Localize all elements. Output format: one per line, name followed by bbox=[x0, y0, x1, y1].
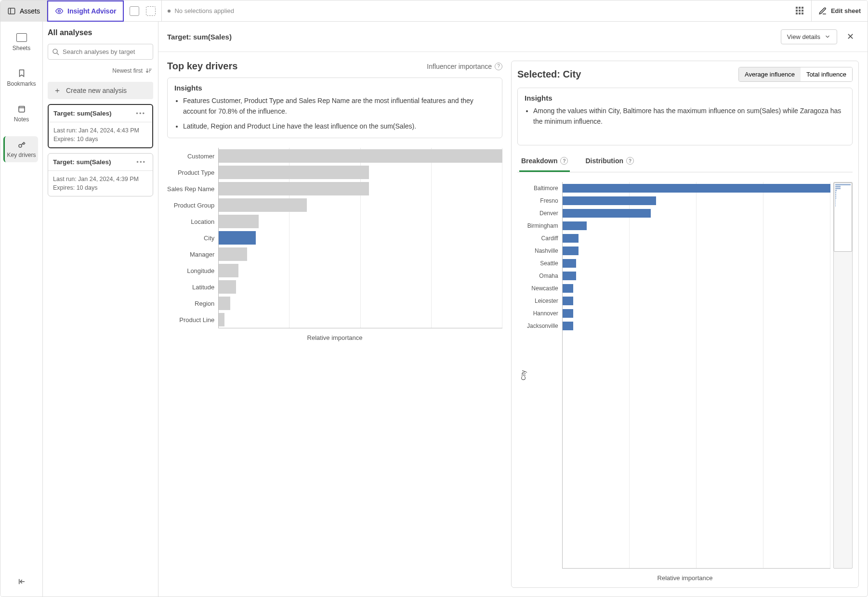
total-influence-button[interactable]: Total influence bbox=[801, 67, 852, 81]
bar[interactable] bbox=[563, 221, 587, 230]
bar[interactable] bbox=[219, 149, 502, 163]
avg-influence-button[interactable]: Average influence bbox=[739, 67, 801, 81]
y-tick-label: Product Group bbox=[174, 197, 215, 213]
analysis-card[interactable]: Target: sum(Sales) ••• Last run: Jan 24,… bbox=[48, 104, 153, 148]
y-tick-label: Nashville bbox=[535, 245, 558, 257]
insights-box-left: Insights Features Customer, Product Type… bbox=[167, 78, 502, 138]
bar[interactable] bbox=[563, 184, 830, 193]
tab-breakdown[interactable]: Breakdown ? bbox=[519, 151, 570, 172]
bar[interactable] bbox=[219, 297, 230, 310]
y-tick-label: Hannover bbox=[533, 307, 558, 320]
left-rail: Sheets Bookmarks Notes Key drivers bbox=[0, 22, 43, 597]
search-analyses-input[interactable] bbox=[48, 44, 153, 60]
view-details-label: View details bbox=[787, 33, 820, 40]
section-title: Top key drivers bbox=[167, 61, 237, 72]
help-icon[interactable]: ? bbox=[626, 157, 634, 165]
bar[interactable] bbox=[563, 234, 579, 243]
y-tick-label: Cardiff bbox=[541, 232, 558, 245]
y-tick-label: Product Line bbox=[179, 311, 214, 328]
edit-sheet-button[interactable]: Edit sheet bbox=[811, 0, 868, 21]
selected-title: Selected: City bbox=[517, 69, 581, 80]
svg-point-2 bbox=[58, 10, 61, 12]
help-icon[interactable]: ? bbox=[560, 157, 568, 165]
bar[interactable] bbox=[219, 264, 238, 277]
key-drivers-chart: CustomerProduct TypeSales Rep NameProduc… bbox=[167, 148, 502, 341]
view-details-button[interactable]: View details bbox=[781, 29, 837, 44]
top-key-drivers-section: Top key drivers Influencer importance ? … bbox=[167, 61, 502, 588]
y-tick-label: Location bbox=[191, 213, 214, 230]
insight-item: Latitude, Region and Product Line have t… bbox=[183, 121, 495, 132]
bar[interactable] bbox=[219, 166, 369, 179]
target-label: Target: sum(Sales) bbox=[167, 33, 232, 41]
bar[interactable] bbox=[563, 196, 657, 205]
edit-sheet-label: Edit sheet bbox=[831, 7, 861, 14]
svg-point-5 bbox=[19, 144, 22, 147]
rail-bookmarks[interactable]: Bookmarks bbox=[4, 65, 39, 91]
bar[interactable] bbox=[219, 231, 256, 245]
y-axis-title: City bbox=[517, 370, 527, 380]
close-button[interactable]: ✕ bbox=[842, 28, 859, 45]
bookmark-icon bbox=[17, 69, 26, 78]
smart-select-icon[interactable] bbox=[130, 6, 139, 16]
breakdown-chart: City BaltimoreFresnoDenverBirminghamCard… bbox=[517, 182, 853, 582]
help-icon[interactable]: ? bbox=[495, 63, 502, 70]
rail-key-drivers[interactable]: Key drivers bbox=[3, 136, 38, 162]
bar[interactable] bbox=[219, 182, 369, 195]
bar[interactable] bbox=[563, 322, 573, 330]
y-tick-label: City bbox=[204, 230, 214, 246]
rail-notes[interactable]: Notes bbox=[4, 101, 39, 127]
y-tick-label: Manager bbox=[190, 246, 214, 262]
bar[interactable] bbox=[219, 198, 307, 212]
x-axis-label: Relative importance bbox=[167, 334, 502, 341]
y-tick-label: Newcastle bbox=[531, 282, 558, 295]
card-menu-icon[interactable]: ••• bbox=[134, 110, 147, 117]
bar[interactable] bbox=[219, 215, 258, 228]
sheets-icon bbox=[16, 33, 27, 42]
sort-desc-icon bbox=[145, 67, 152, 74]
bar[interactable] bbox=[563, 209, 651, 218]
bar[interactable] bbox=[563, 259, 576, 268]
y-tick-label: Region bbox=[195, 295, 214, 311]
analysis-card[interactable]: Target: sum(Sales) ••• Last run: Jan 24,… bbox=[48, 153, 153, 196]
chevron-down-icon bbox=[824, 33, 831, 40]
y-tick-label: Latitude bbox=[192, 279, 214, 295]
insights-title: Insights bbox=[525, 94, 845, 102]
search-icon bbox=[52, 48, 60, 56]
svg-line-9 bbox=[57, 53, 59, 55]
bar[interactable] bbox=[219, 280, 236, 294]
bar[interactable] bbox=[219, 247, 247, 261]
key-drivers-icon bbox=[17, 140, 26, 149]
pencil-icon bbox=[818, 7, 827, 15]
bar[interactable] bbox=[563, 272, 576, 280]
insight-advisor-button[interactable]: Insight Advisor bbox=[47, 0, 124, 22]
assets-button[interactable]: Assets bbox=[0, 0, 47, 22]
top-toolbar: Assets Insight Advisor No selections app… bbox=[0, 0, 868, 22]
svg-rect-0 bbox=[8, 8, 15, 14]
overview-scrollbar[interactable] bbox=[833, 182, 853, 569]
create-label: Create new analysis bbox=[66, 87, 127, 94]
no-selection-icon bbox=[168, 10, 171, 13]
bar[interactable] bbox=[563, 284, 573, 293]
insights-title: Insights bbox=[174, 84, 495, 92]
lasso-select-icon[interactable] bbox=[146, 6, 156, 16]
bar[interactable] bbox=[219, 313, 224, 326]
plus-icon: ＋ bbox=[53, 87, 61, 94]
app-grid-icon[interactable] bbox=[796, 7, 804, 15]
eye-icon bbox=[55, 7, 64, 15]
card-expires: Expires: 10 days bbox=[53, 184, 148, 191]
selection-tool-group bbox=[124, 0, 162, 21]
bar[interactable] bbox=[563, 297, 573, 305]
insight-label: Insight Advisor bbox=[67, 7, 116, 15]
tab-distribution[interactable]: Distribution ? bbox=[583, 151, 636, 172]
y-tick-label: Omaha bbox=[539, 270, 558, 282]
card-menu-icon[interactable]: ••• bbox=[134, 158, 148, 166]
calendar-icon bbox=[17, 104, 26, 113]
y-tick-label: Seattle bbox=[540, 257, 558, 270]
collapse-rail-icon[interactable] bbox=[17, 577, 26, 586]
bar[interactable] bbox=[563, 309, 573, 318]
sort-control[interactable]: Newest first bbox=[48, 65, 153, 77]
create-analysis-button[interactable]: ＋ Create new analysis bbox=[48, 82, 153, 99]
card-title: Target: sum(Sales) bbox=[53, 110, 112, 117]
rail-sheets[interactable]: Sheets bbox=[4, 29, 39, 55]
bar[interactable] bbox=[563, 247, 579, 255]
